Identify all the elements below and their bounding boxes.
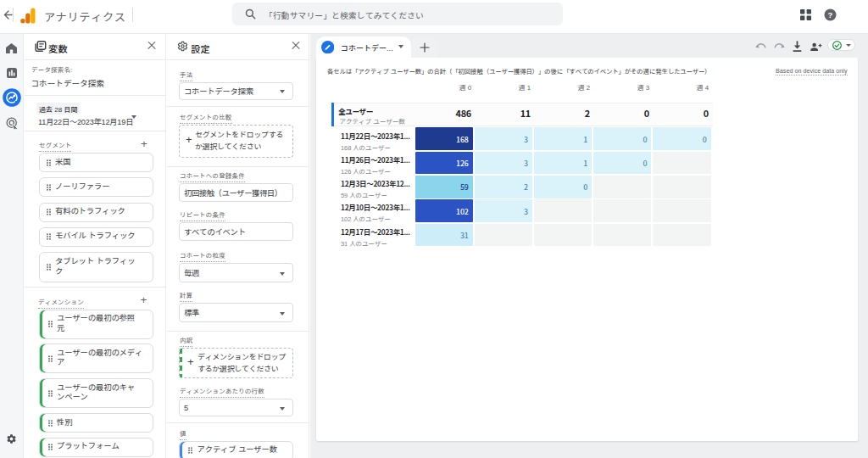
svg-text:?: ? (828, 10, 833, 20)
